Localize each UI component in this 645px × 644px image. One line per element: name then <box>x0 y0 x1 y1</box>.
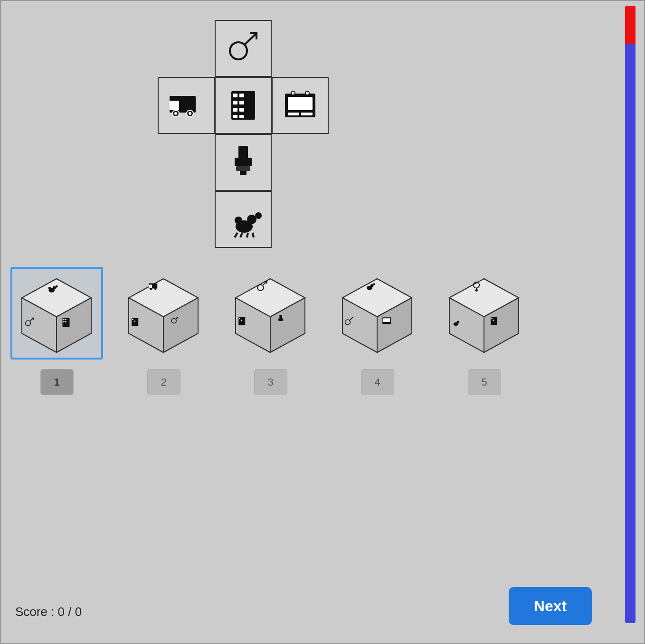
next-button[interactable]: Next <box>509 587 592 625</box>
svg-rect-46 <box>63 319 64 320</box>
choice-5-button[interactable]: 5 <box>468 369 501 395</box>
svg-rect-13 <box>239 94 244 97</box>
svg-point-80 <box>373 283 375 285</box>
choice-2-label: 2 <box>161 376 166 388</box>
svg-rect-14 <box>239 101 244 104</box>
svg-rect-12 <box>233 115 237 118</box>
cube-2-wrapper[interactable] <box>117 267 210 360</box>
svg-point-29 <box>255 212 262 219</box>
svg-rect-3 <box>170 101 179 110</box>
svg-rect-19 <box>288 113 299 115</box>
svg-point-56 <box>150 288 152 290</box>
score-label: Score : 0 / 0 <box>15 605 82 619</box>
choice-3[interactable]: 3 <box>224 267 317 395</box>
svg-line-34 <box>253 233 254 237</box>
choices-area: 1 <box>10 267 531 395</box>
cube-2-svg <box>122 272 205 355</box>
svg-rect-48 <box>65 319 66 320</box>
cube-4-wrapper[interactable] <box>331 267 424 360</box>
svg-rect-9 <box>233 94 237 97</box>
choice-4-label: 4 <box>374 376 380 388</box>
choice-2[interactable]: 2 <box>117 267 210 395</box>
svg-point-21 <box>291 91 295 95</box>
cube-1-wrapper[interactable] <box>10 267 103 360</box>
svg-point-57 <box>154 288 156 290</box>
svg-rect-84 <box>383 318 390 322</box>
choice-1-label: 1 <box>54 376 59 388</box>
choice-5[interactable]: 5 <box>438 267 531 395</box>
choice-3-label: 3 <box>267 376 273 388</box>
choice-4-button[interactable]: 4 <box>361 369 394 395</box>
score-area: Score : 0 / 0 <box>15 605 82 619</box>
choice-1[interactable]: 1 <box>10 267 103 395</box>
svg-point-30 <box>235 217 242 224</box>
cube-1-svg <box>15 272 98 355</box>
net-cell-center <box>215 77 272 134</box>
svg-point-92 <box>456 321 459 323</box>
svg-rect-60 <box>134 321 135 322</box>
cube-3-svg <box>229 272 312 355</box>
main-container: 1 <box>0 0 645 644</box>
svg-point-79 <box>370 284 374 287</box>
svg-rect-15 <box>239 108 244 112</box>
svg-point-0 <box>230 42 247 59</box>
net-cell-bottom <box>215 191 272 248</box>
svg-rect-70 <box>239 318 240 319</box>
choice-3-button[interactable]: 3 <box>254 369 287 395</box>
svg-rect-20 <box>301 113 313 115</box>
svg-point-6 <box>174 112 177 115</box>
svg-line-32 <box>240 233 242 237</box>
progress-bar-red <box>625 6 636 44</box>
choice-2-button[interactable]: 2 <box>147 369 180 395</box>
svg-point-7 <box>189 112 191 115</box>
svg-line-1 <box>245 33 256 45</box>
svg-rect-26 <box>240 171 247 175</box>
net-cell-left <box>158 77 215 134</box>
svg-rect-18 <box>288 97 313 110</box>
svg-rect-49 <box>65 321 66 322</box>
cube-3-wrapper[interactable] <box>224 267 317 360</box>
svg-point-41 <box>56 285 58 288</box>
svg-rect-47 <box>63 321 64 322</box>
progress-bar <box>625 6 636 623</box>
svg-rect-16 <box>239 115 244 118</box>
cube-5-wrapper[interactable] <box>438 267 531 360</box>
svg-rect-11 <box>233 108 237 112</box>
net-cell-lower-mid <box>215 134 272 191</box>
svg-rect-59 <box>132 319 133 320</box>
cube-5-svg <box>443 272 526 355</box>
svg-point-42 <box>48 287 51 290</box>
net-cell-top <box>215 20 272 77</box>
svg-rect-10 <box>233 101 237 104</box>
choice-1-button[interactable]: 1 <box>40 369 74 395</box>
svg-rect-71 <box>241 320 242 321</box>
svg-line-31 <box>235 233 237 237</box>
svg-point-22 <box>305 91 309 95</box>
choice-5-label: 5 <box>481 376 487 388</box>
svg-rect-73 <box>278 318 283 321</box>
svg-point-28 <box>247 215 256 224</box>
choice-4[interactable]: 4 <box>331 267 424 395</box>
svg-line-33 <box>247 233 248 237</box>
net-cell-right <box>272 77 329 134</box>
svg-rect-95 <box>493 320 494 321</box>
next-button-label: Next <box>534 597 567 615</box>
svg-point-40 <box>53 286 56 290</box>
svg-rect-24 <box>235 158 252 166</box>
svg-rect-55 <box>149 285 152 288</box>
svg-rect-25 <box>236 166 250 171</box>
cube-4-svg <box>336 272 419 355</box>
svg-rect-94 <box>491 318 493 319</box>
